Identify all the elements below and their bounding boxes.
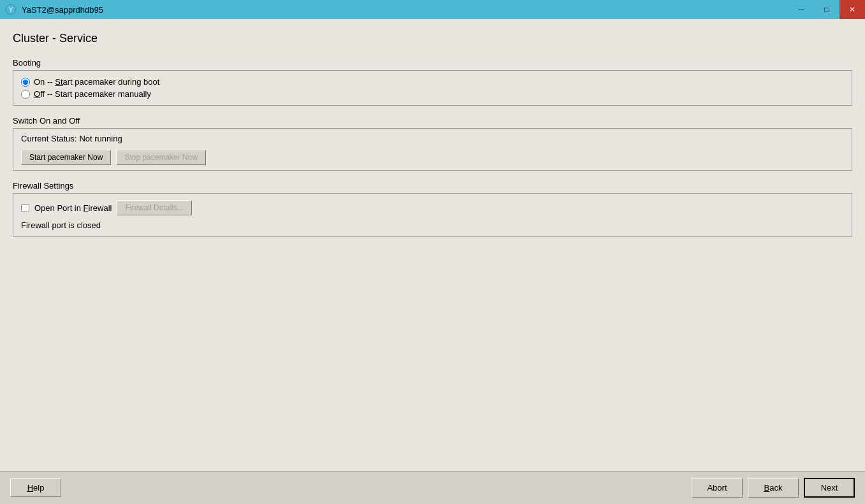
switch-box: Current Status: Not running Start pacema… [13,128,852,171]
boot-on-radio[interactable] [21,78,30,87]
boot-on-option[interactable]: On -- Start pacemaker during boot [21,77,844,87]
open-port-checkbox[interactable] [21,204,29,212]
firewall-details-button[interactable]: Firewall Details... [117,200,191,215]
next-button[interactable]: Next [804,478,855,498]
switch-button-row: Start pacemaker Now Stop pacemaker Now [21,150,844,165]
back-button[interactable]: Back [748,478,799,498]
boot-off-radio[interactable] [21,90,30,99]
titlebar-left: Y YaST2@sapprdhdb95 [5,4,103,15]
switch-section: Switch On and Off Current Status: Not ru… [13,116,852,171]
switch-label: Switch On and Off [13,116,852,126]
status-row: Current Status: Not running [21,134,844,143]
bottom-bar: Help Abort Back Next [0,471,865,504]
titlebar-title: YaST2@sapprdhdb95 [22,5,103,15]
booting-label: Booting [13,58,852,68]
bottom-right-buttons: Abort Back Next [692,478,855,498]
minimize-button[interactable]: ─ [789,0,814,19]
firewall-section-label: Firewall Settings [13,181,852,191]
app-icon: Y [5,4,17,15]
boot-off-option[interactable]: Off -- Start pacemaker manually [21,89,844,99]
firewall-port-status: Firewall port is closed [21,220,844,230]
back-label: Back [764,483,783,493]
boot-off-label: Off -- Start pacemaker manually [34,89,151,99]
page-title: Cluster - Service [13,32,852,45]
titlebar: Y YaST2@sapprdhdb95 ─ □ ✕ [0,0,865,19]
current-status-label: Current Status: [21,134,76,143]
status-value: Not running [79,134,122,143]
start-pacemaker-button[interactable]: Start pacemaker Now [21,150,111,165]
svg-text:Y: Y [9,6,13,13]
close-button[interactable]: ✕ [840,0,865,19]
firewall-checkbox-row: Open Port in Firewall Firewall Details..… [21,200,844,215]
firewall-section: Firewall Settings Open Port in Firewall … [13,181,852,237]
abort-button[interactable]: Abort [692,478,743,498]
boot-radio-group: On -- Start pacemaker during boot Off --… [21,77,844,99]
stop-pacemaker-button[interactable]: Stop pacemaker Now [116,150,206,165]
maximize-button[interactable]: □ [814,0,840,19]
booting-section: Booting On -- Start pacemaker during boo… [13,58,852,106]
open-port-label[interactable]: Open Port in Firewall [34,203,112,213]
titlebar-buttons: ─ □ ✕ [789,0,865,19]
firewall-box: Open Port in Firewall Firewall Details..… [13,193,852,237]
bottom-left-buttons: Help [10,479,61,497]
boot-on-label: On -- Start pacemaker during boot [34,77,159,87]
help-label: Help [27,483,45,493]
main-window: Cluster - Service Booting On -- Start pa… [0,19,865,471]
booting-box: On -- Start pacemaker during boot Off --… [13,70,852,106]
help-button[interactable]: Help [10,479,61,497]
